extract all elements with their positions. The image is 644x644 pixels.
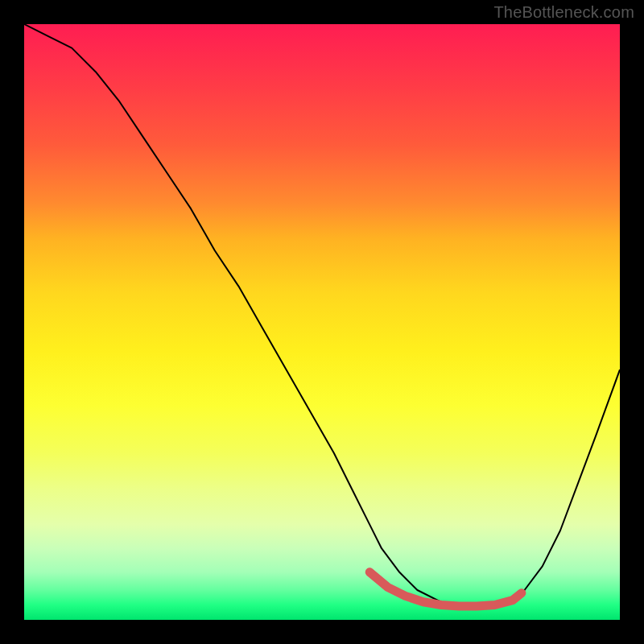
bottleneck-curve bbox=[24, 24, 620, 608]
chart-frame: TheBottleneck.com bbox=[0, 0, 644, 644]
watermark-text: TheBottleneck.com bbox=[493, 3, 634, 22]
chart-overlay-svg bbox=[24, 24, 620, 620]
flat-segment bbox=[369, 572, 522, 606]
start-marker bbox=[365, 568, 374, 576]
plot-area bbox=[24, 24, 620, 620]
